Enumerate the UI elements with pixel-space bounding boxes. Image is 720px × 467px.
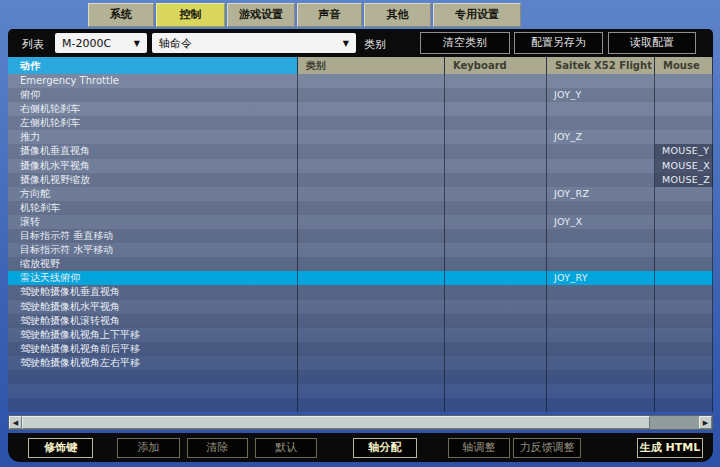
category-cell[interactable] [298,116,445,130]
joystick-cell[interactable] [547,102,655,116]
scroll-left-icon[interactable]: ◀ [9,416,22,429]
mouse-cell[interactable] [655,257,713,271]
category-cell[interactable] [298,215,445,229]
joystick-cell[interactable] [547,314,655,328]
table-row[interactable]: 机轮刹车 [8,201,713,215]
keyboard-cell[interactable] [445,314,547,328]
category-cell[interactable] [298,229,445,243]
action-cell[interactable] [8,384,298,398]
table-row[interactable]: 驾驶舱摄像机视角前后平移 [8,342,713,356]
tab-2[interactable]: 控制 [156,3,225,27]
action-cell[interactable] [8,370,298,384]
mouse-cell[interactable] [655,342,713,356]
keyboard-cell[interactable] [445,144,547,158]
mouse-cell[interactable]: MOUSE_Y [655,144,713,158]
keyboard-cell[interactable] [445,116,547,130]
action-cell[interactable]: 驾驶舱摄像机视角前后平移 [8,342,298,356]
footer-button-6[interactable]: 轴调整 [448,438,510,458]
footer-button-1[interactable]: 修饰键 [28,438,93,458]
joystick-cell[interactable] [547,173,655,187]
mouse-cell[interactable] [655,74,713,88]
keyboard-cell[interactable] [445,271,547,285]
category-cell[interactable] [298,257,445,271]
toolbar-button-1[interactable]: 清空类别 [420,32,510,54]
keyboard-cell[interactable] [445,370,547,384]
joystick-cell[interactable] [547,159,655,173]
category-cell[interactable] [298,130,445,144]
mouse-cell[interactable] [655,187,713,201]
keyboard-cell[interactable] [445,285,547,299]
table-row[interactable] [8,384,713,398]
joystick-cell[interactable] [547,229,655,243]
action-cell[interactable]: 驾驶舱摄像机视角上下平移 [8,328,298,342]
mouse-cell[interactable] [655,398,713,412]
joystick-cell[interactable]: JOY_Y [547,88,655,102]
action-cell[interactable]: 摄像机视野缩放 [8,173,298,187]
joystick-cell[interactable] [547,257,655,271]
keyboard-cell[interactable] [445,328,547,342]
category-cell[interactable] [298,144,445,158]
toolbar-button-3[interactable]: 读取配置 [608,32,696,54]
mouse-cell[interactable] [655,356,713,370]
keyboard-cell[interactable] [445,88,547,102]
footer-button-3[interactable]: 清除 [187,438,248,458]
keyboard-cell[interactable] [445,384,547,398]
table-row[interactable]: 目标指示符 水平移动 [8,243,713,257]
keyboard-cell[interactable] [445,201,547,215]
mouse-cell[interactable] [655,370,713,384]
action-cell[interactable]: 摄像机垂直视角 [8,144,298,158]
mouse-cell[interactable] [655,130,713,144]
action-cell[interactable]: 摄像机水平视角 [8,159,298,173]
action-cell[interactable]: 右侧机轮刹车 [8,102,298,116]
footer-button-8[interactable]: 生成 HTML [637,438,703,458]
tab-1[interactable]: 系统 [88,3,154,27]
joystick-cell[interactable] [547,74,655,88]
category-cell[interactable] [298,159,445,173]
mouse-cell[interactable] [655,285,713,299]
category-cell[interactable] [298,398,445,412]
action-cell[interactable]: 左侧机轮刹车 [8,116,298,130]
joystick-cell[interactable]: JOY_RY [547,271,655,285]
table-row[interactable] [8,370,713,384]
category-cell[interactable] [298,201,445,215]
footer-button-5[interactable]: 轴分配 [353,438,417,458]
table-row[interactable]: 推力JOY_Z [8,130,713,144]
mouse-cell[interactable] [655,243,713,257]
category-cell[interactable] [298,370,445,384]
keyboard-cell[interactable] [445,300,547,314]
joystick-cell[interactable] [547,285,655,299]
category-cell[interactable] [298,102,445,116]
table-row[interactable]: 摄像机视野缩放MOUSE_Z [8,173,713,187]
joystick-cell[interactable] [547,398,655,412]
action-cell[interactable]: 驾驶舱摄像机垂直视角 [8,285,298,299]
action-cell[interactable] [8,398,298,412]
table-row[interactable]: Emergency Throttle [8,74,713,88]
category-cell[interactable] [298,243,445,257]
action-cell[interactable]: 驾驶舱摄像机水平视角 [8,300,298,314]
action-cell[interactable]: 滚转 [8,215,298,229]
category-cell[interactable] [298,328,445,342]
keyboard-cell[interactable] [445,159,547,173]
table-row[interactable]: 目标指示符 垂直移动 [8,229,713,243]
tab-3[interactable]: 游戏设置 [227,3,295,27]
action-cell[interactable]: 方向舵 [8,187,298,201]
mouse-cell[interactable] [655,102,713,116]
footer-button-4[interactable]: 默认 [255,438,317,458]
scroll-right-icon[interactable]: ▶ [699,416,712,429]
mouse-cell[interactable] [655,215,713,229]
joystick-cell[interactable] [547,116,655,130]
table-row[interactable]: 驾驶舱摄像机视角左右平移 [8,356,713,370]
table-row[interactable]: 摄像机水平视角MOUSE_X [8,159,713,173]
table-row[interactable]: 缩放视野 [8,257,713,271]
table-row[interactable]: 驾驶舱摄像机滚转视角 [8,314,713,328]
category-cell[interactable] [298,384,445,398]
joystick-cell[interactable] [547,243,655,257]
keyboard-cell[interactable] [445,187,547,201]
table-row[interactable]: 雷达天线俯仰JOY_RY [8,271,713,285]
joystick-cell[interactable] [547,370,655,384]
table-row[interactable]: 摄像机垂直视角MOUSE_Y [8,144,713,158]
horizontal-scrollbar[interactable]: ◀ ▶ [8,415,713,430]
keyboard-cell[interactable] [445,398,547,412]
category-cell[interactable] [298,88,445,102]
table-row[interactable]: 驾驶舱摄像机视角上下平移 [8,328,713,342]
